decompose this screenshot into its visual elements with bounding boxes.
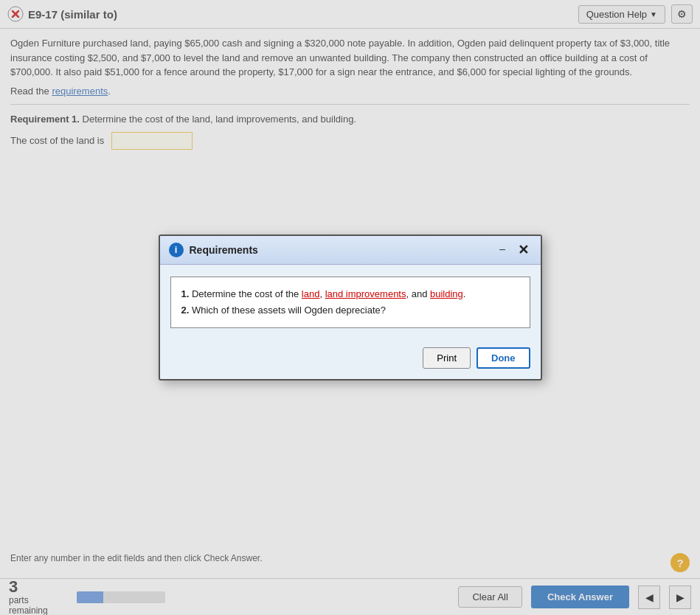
req-num-2: 2. <box>181 305 190 316</box>
requirement-item-2: 2. Which of these assets will Ogden depr… <box>181 302 519 319</box>
minimize-icon: − <box>499 243 505 256</box>
modal-footer: Print Done <box>160 347 541 379</box>
req-highlight-building: building <box>430 288 463 299</box>
modal-minimize-button[interactable]: − <box>496 243 508 257</box>
modal-overlay: i Requirements − ✕ 1. Determine the cost… <box>0 0 700 615</box>
req-text-1: Determine the cost of the land, land imp… <box>192 288 465 299</box>
requirement-item-1: 1. Determine the cost of the land, land … <box>181 286 519 302</box>
modal-close-button[interactable]: ✕ <box>515 242 532 258</box>
modal-title: Requirements <box>190 244 491 256</box>
info-icon: i <box>169 243 184 257</box>
done-button[interactable]: Done <box>477 347 530 369</box>
req-highlight-land-improvements: land improvements <box>325 288 406 299</box>
req-text-2: Which of these assets will Ogden depreci… <box>192 305 386 316</box>
requirements-modal: i Requirements − ✕ 1. Determine the cost… <box>159 234 542 381</box>
close-icon: ✕ <box>518 243 529 257</box>
done-label: Done <box>491 352 516 364</box>
req-highlight-land: land <box>302 288 320 299</box>
modal-body: 1. Determine the cost of the land, land … <box>160 265 541 347</box>
req-num-1: 1. <box>181 288 190 299</box>
print-label: Print <box>437 352 457 364</box>
requirements-box: 1. Determine the cost of the land, land … <box>170 277 530 328</box>
print-button[interactable]: Print <box>423 347 471 369</box>
modal-header: i Requirements − ✕ <box>160 236 541 265</box>
